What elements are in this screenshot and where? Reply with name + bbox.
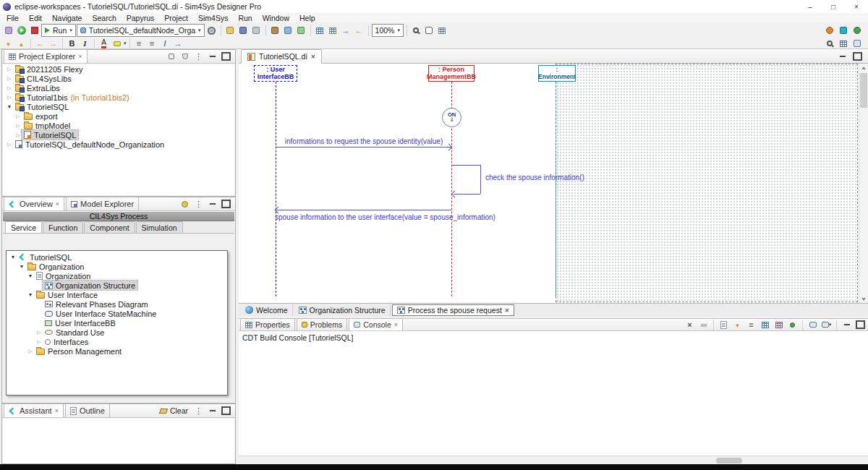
close-icon[interactable]: × bbox=[505, 306, 509, 315]
tab-console[interactable]: Console × bbox=[349, 318, 403, 330]
minimize-icon[interactable] bbox=[206, 198, 218, 210]
message-label-check[interactable]: check the spouse information() bbox=[485, 174, 584, 181]
environment-selection-region[interactable] bbox=[556, 64, 858, 302]
sequence-diagram-canvas[interactable]: : User InterfaceBB : Person ManagementBB… bbox=[239, 64, 868, 303]
tree-item[interactable]: TutorielSQL bbox=[7, 252, 227, 262]
message-label-request[interactable]: informations to request the spouse ident… bbox=[277, 137, 451, 145]
self-message-top-line[interactable] bbox=[452, 165, 480, 166]
tree-item[interactable]: export bbox=[3, 111, 234, 121]
maximize-icon[interactable] bbox=[220, 51, 232, 62]
tree-item[interactable]: tmpModel bbox=[3, 121, 234, 130]
run-mode-combo[interactable]: Run ▾ bbox=[41, 24, 76, 37]
back-icon[interactable] bbox=[34, 38, 46, 49]
minimize-icon[interactable] bbox=[206, 51, 218, 62]
tree-item[interactable]: Person Management bbox=[7, 346, 227, 356]
terminate-icon[interactable] bbox=[684, 319, 696, 330]
tree-item[interactable]: Standard Use bbox=[7, 328, 227, 337]
lifeline-head-user-interfacebb[interactable]: : User InterfaceBB bbox=[254, 65, 297, 82]
tree-item[interactable]: User Interface bbox=[7, 290, 227, 299]
maximize-icon[interactable] bbox=[854, 319, 867, 330]
search-dialog-icon[interactable] bbox=[282, 25, 294, 36]
maximize-window-button[interactable]: □ bbox=[822, 0, 845, 13]
menu-run[interactable]: Run bbox=[233, 13, 257, 22]
subtab-function[interactable]: Function bbox=[43, 221, 83, 233]
arrow-style-icon[interactable] bbox=[172, 38, 184, 49]
fit-page-icon[interactable] bbox=[423, 25, 435, 36]
launch-config-combo[interactable]: TutorielSQL_defaultNode_Orga ▾ bbox=[77, 24, 205, 37]
expand-arrow-icon[interactable] bbox=[14, 123, 22, 129]
build-icon[interactable] bbox=[269, 25, 281, 36]
scroll-up-icon[interactable] bbox=[859, 64, 868, 72]
scroll-lock-icon[interactable] bbox=[731, 319, 744, 330]
on-state-symbol[interactable]: ON ⇓ bbox=[442, 108, 461, 127]
minimize-window-button[interactable]: – bbox=[799, 0, 822, 13]
subtab-component[interactable]: Component bbox=[84, 221, 135, 233]
tree-item-selected[interactable]: Organization Structure bbox=[7, 281, 227, 290]
table-icon[interactable] bbox=[327, 25, 339, 36]
tab-assistant[interactable]: Assistant × bbox=[4, 403, 64, 417]
close-window-button[interactable]: × bbox=[845, 0, 868, 13]
tree-item[interactable]: User Interface StateMachine bbox=[7, 309, 227, 318]
remove-all-terminated-icon[interactable] bbox=[697, 319, 710, 330]
collapse-tree-icon[interactable] bbox=[15, 38, 27, 49]
expand-arrow-icon[interactable] bbox=[14, 114, 22, 119]
tab-problems[interactable]: Problems bbox=[297, 318, 347, 330]
console-output[interactable]: CDT Build Console [TutorielSQL] bbox=[239, 331, 868, 456]
close-icon[interactable]: × bbox=[311, 52, 315, 61]
close-icon[interactable]: × bbox=[394, 321, 398, 328]
scroll-down-icon[interactable] bbox=[859, 295, 868, 303]
message-line-request[interactable] bbox=[276, 147, 451, 148]
new-wizard-icon[interactable] bbox=[224, 25, 237, 36]
align-center-icon[interactable] bbox=[146, 38, 158, 49]
subtab-service[interactable]: Service bbox=[5, 221, 42, 233]
menu-project[interactable]: Project bbox=[159, 13, 193, 22]
align-left-icon[interactable] bbox=[133, 38, 145, 49]
tree-item[interactable]: User InterfaceBB bbox=[7, 318, 227, 328]
display-console-icon[interactable] bbox=[807, 319, 819, 330]
stop-icon[interactable] bbox=[28, 25, 41, 36]
cil4sys-toolbar-icon[interactable] bbox=[837, 25, 849, 36]
tree-item[interactable]: Interfaces bbox=[7, 337, 227, 346]
open-console-icon[interactable]: ▾ bbox=[820, 319, 833, 330]
menu-window[interactable]: Window bbox=[258, 13, 294, 22]
menu-search[interactable]: Search bbox=[87, 13, 121, 22]
maximize-icon[interactable] bbox=[851, 51, 864, 62]
open-perspective-icon[interactable] bbox=[837, 38, 849, 49]
expand-tree-icon[interactable] bbox=[2, 38, 14, 49]
tab-project-explorer[interactable]: Project Explorer × bbox=[4, 49, 88, 63]
line-style-icon[interactable] bbox=[159, 38, 171, 49]
expand-arrow-icon[interactable] bbox=[6, 76, 13, 82]
new-diagram-icon[interactable] bbox=[314, 25, 326, 36]
expand-arrow-icon[interactable] bbox=[6, 85, 13, 91]
refresh-icon[interactable] bbox=[851, 25, 863, 36]
canvas-vertical-scrollbar[interactable] bbox=[859, 64, 868, 303]
menu-sim4sys[interactable]: Sim4Sys bbox=[193, 13, 233, 22]
scrollbar-thumb[interactable] bbox=[860, 73, 867, 108]
maximize-icon[interactable] bbox=[220, 198, 232, 210]
minimize-icon[interactable] bbox=[206, 405, 218, 416]
clear-button[interactable]: Clear bbox=[157, 406, 191, 415]
expand-arrow-icon[interactable] bbox=[27, 273, 34, 278]
run-application-icon[interactable] bbox=[15, 25, 27, 36]
view-menu-icon[interactable] bbox=[192, 51, 205, 62]
message-label-reply[interactable]: spouse information to the user interface… bbox=[275, 213, 499, 221]
maximize-icon[interactable] bbox=[220, 405, 232, 416]
tree-item[interactable]: CIL4SysLibs bbox=[3, 74, 234, 83]
grid-toggle-icon[interactable] bbox=[436, 25, 448, 36]
tree-item[interactable]: Organization bbox=[7, 271, 227, 281]
tab-organization-structure[interactable]: Organization Structure bbox=[294, 304, 391, 316]
pin-console-icon[interactable] bbox=[786, 319, 799, 330]
close-icon[interactable]: × bbox=[78, 53, 82, 60]
minimize-icon[interactable] bbox=[836, 51, 848, 62]
close-icon[interactable]: × bbox=[55, 407, 59, 414]
menu-navigate[interactable]: Navigate bbox=[47, 13, 87, 22]
tab-process-spouse-request[interactable]: Process the spouse request × bbox=[392, 304, 514, 316]
close-icon[interactable]: × bbox=[56, 200, 59, 208]
lifeline-head-person-managementbb[interactable]: : Person ManagementBB bbox=[428, 65, 475, 82]
print-icon[interactable] bbox=[250, 25, 263, 36]
expand-arrow-icon[interactable] bbox=[6, 142, 13, 148]
show-on-stderr-icon[interactable] bbox=[773, 319, 785, 330]
filter-icon[interactable] bbox=[179, 51, 191, 62]
expand-arrow-icon[interactable] bbox=[6, 67, 13, 72]
zoom-combo[interactable]: 100% ▾ bbox=[372, 24, 404, 37]
